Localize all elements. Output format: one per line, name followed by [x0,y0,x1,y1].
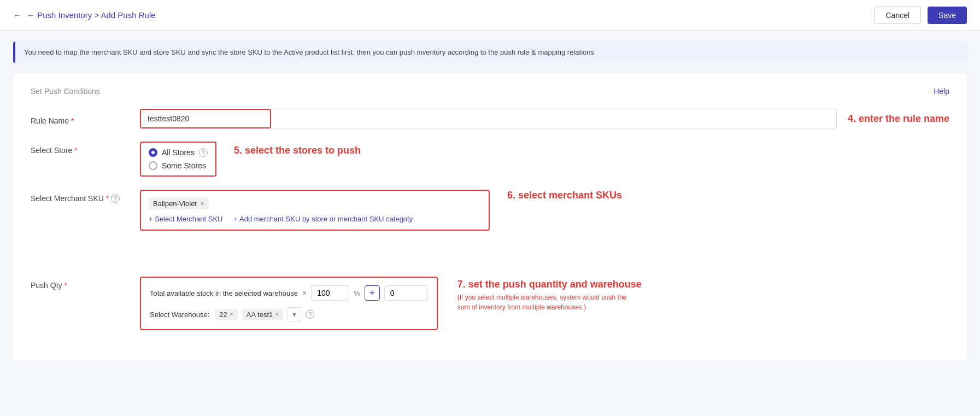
select-store-required: * [74,146,77,155]
merchant-sku-help-icon[interactable]: ? [111,194,120,203]
qty-row: Total available stock in the selected wa… [150,285,428,301]
rule-name-required: * [71,116,74,125]
help-link[interactable]: Help [934,87,949,96]
radio-some-stores-icon [149,161,157,170]
rule-name-input-box [140,109,271,128]
sku-tag-label: Ballpen-Violet [153,200,197,208]
push-qty-row: Push Qty * Total available stock in the … [31,277,949,330]
section-card: Set Push Conditions Help Rule Name * 4. … [13,74,967,361]
rule-name-label: Rule Name * [31,112,140,125]
rule-name-annotation: 4. enter the rule name [848,113,949,125]
top-actions: Cancel Save [874,7,967,24]
save-button[interactable]: Save [928,7,967,24]
rule-name-input[interactable] [141,110,270,127]
back-arrow-icon[interactable]: ← [13,10,21,20]
top-bar: ← ← Push Inventory > Add Push Rule Cance… [0,0,980,31]
sku-tag-ballpen: Ballpen-Violet × [149,197,481,215]
merchant-sku-required: * [106,194,109,203]
push-qty-box: Total available stock in the selected wa… [140,277,438,330]
qty-add-input[interactable] [384,285,428,301]
qty-input-wrap [311,285,349,301]
cancel-button[interactable]: Cancel [874,7,921,24]
section-title: Set Push Conditions [31,87,100,96]
breadcrumb-text: ← Push Inventory > Add Push Rule [27,10,156,20]
select-store-label: Select Store * [31,142,140,155]
select-merchant-sku-row: Select Merchant SKU * ? Ballpen-Violet ×… [31,190,949,231]
info-banner-text: You need to map the merchant SKU and sto… [24,48,594,56]
warehouse-tag-aatest1-label: AA test1 [247,310,273,319]
breadcrumb: ← ← Push Inventory > Add Push Rule [13,10,156,20]
merchant-sku-annotation: 6. select merchant SKUs [507,190,622,201]
store-radio-group: All Stores ? Some Stores [140,142,216,177]
radio-all-stores-icon [149,148,157,157]
warehouse-tags: 22 × AA test1 × ▾ ? [215,307,427,321]
push-qty-label: Push Qty * [31,277,140,290]
empty-spacer [31,244,949,277]
warehouse-help-icon[interactable]: ? [306,310,314,319]
warehouse-dropdown[interactable]: ▾ [287,307,301,321]
push-qty-annotation-sub: (If you select multiple warehouses, syst… [457,292,632,312]
section-header: Set Push Conditions Help [31,87,949,96]
sku-tag-close-icon[interactable]: × [200,199,204,208]
warehouse-tag-22: 22 × [215,309,237,320]
merchant-sku-label: Select Merchant SKU * ? [31,190,140,203]
radio-all-stores-label: All Stores [162,148,195,157]
warehouse-dropdown-icon: ▾ [292,310,296,319]
info-banner: You need to map the merchant SKU and sto… [13,42,967,63]
select-merchant-sku-link[interactable]: Select Merchant SKU [149,215,223,223]
radio-all-stores[interactable]: All Stores ? [149,148,208,157]
merchant-sku-box: Ballpen-Violet × Select Merchant SKU Add… [140,190,490,231]
warehouse-tag-aatest1: AA test1 × [242,309,283,320]
radio-some-stores-label: Some Stores [162,161,206,170]
warehouse-label-text: Select Warehouse: [150,310,209,319]
qty-input[interactable] [317,289,343,297]
select-store-annotation: 5. select the stores to push [234,142,361,156]
warehouse-tag-aatest1-close[interactable]: × [275,310,279,318]
add-merchant-sku-link[interactable]: Add merchant SKU by store or merchant SK… [234,215,413,223]
rule-name-row: Rule Name * 4. enter the rule name [31,109,949,128]
qty-x-icon: × [302,289,307,297]
sku-links: Select Merchant SKU Add merchant SKU by … [149,215,481,223]
qty-percent-label: % [354,289,360,297]
push-qty-annotation-title: 7. set the push quantity and warehouse [457,279,642,290]
warehouse-row: Select Warehouse: 22 × AA test1 × [150,307,428,321]
select-store-row: Select Store * All Stores ? Some Stores … [31,142,949,177]
warehouse-tag-22-close[interactable]: × [230,310,233,318]
qty-label-text: Total available stock in the selected wa… [150,289,298,297]
radio-some-stores[interactable]: Some Stores [149,161,208,170]
all-stores-help-icon[interactable]: ? [199,148,208,157]
push-qty-required: * [64,281,67,290]
push-qty-annotation-block: 7. set the push quantity and warehouse (… [457,277,642,312]
warehouse-tag-22-label: 22 [219,310,227,319]
qty-plus-icon[interactable]: + [365,285,380,301]
content-area: You need to map the merchant SKU and sto… [0,31,980,372]
rule-name-right-spacer [271,109,837,128]
